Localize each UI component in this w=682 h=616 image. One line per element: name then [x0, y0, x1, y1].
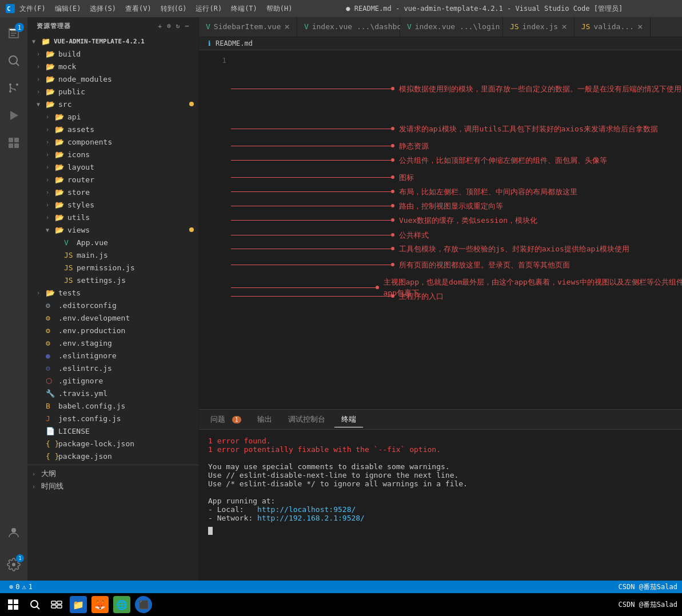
menu-help[interactable]: 帮助(H): [266, 4, 293, 14]
tree-item-icons[interactable]: › 📂 icons: [27, 148, 198, 161]
tab-index-js[interactable]: JS index.js ×: [503, 17, 575, 37]
menu-terminal[interactable]: 终端(T): [231, 4, 257, 14]
tree-item-views[interactable]: ▼ 📂 views: [27, 223, 198, 236]
sidebar-header-actions[interactable]: + ⊕ ↻ ⋯: [158, 22, 190, 30]
sidebar-outline[interactable]: › 大纲: [27, 467, 198, 480]
folder-components-icon: 📂: [55, 138, 65, 146]
menu-file[interactable]: 文件(F): [19, 4, 46, 14]
folder-store-label: store: [67, 188, 198, 197]
tree-item-components[interactable]: › 📂 components: [27, 135, 198, 148]
annotation-api-text: 发请求的api模块，调用utils工具包下封装好的axios来发请求给后台拿数据: [399, 123, 658, 135]
editor-body[interactable]: 1 模拟数据使用到的模块，里面存放一些自定义的数据。一般是在没有后端的情况下使用…: [199, 50, 682, 409]
browser-taskbar-icon[interactable]: 🦊: [91, 596, 109, 613]
tree-project-root[interactable]: ▼ 📁 VUE-ADMIN-TEMPLATE-4.2.1: [27, 35, 198, 47]
activity-account[interactable]: [0, 519, 27, 546]
search-taskbar[interactable]: [26, 596, 43, 613]
tree-item-public[interactable]: › 📂 public: [27, 85, 198, 98]
chevron-right-icon: ›: [32, 483, 41, 490]
activity-debug[interactable]: [0, 102, 27, 129]
new-folder-icon[interactable]: ⊕: [167, 22, 172, 30]
file-eslintignore-icon: ●: [46, 351, 56, 360]
menu-edit[interactable]: 编辑(E): [55, 4, 81, 14]
tree-item-package-lock[interactable]: { } package-lock.json: [27, 437, 198, 450]
file-env-prod-label: .env.production: [58, 326, 198, 335]
tab-index-dashboard[interactable]: V index.vue ...\dashboard ×: [297, 17, 400, 37]
file-package-lock-icon: { }: [46, 439, 56, 448]
tree-item-travis[interactable]: 🔧 .travis.yml: [27, 387, 198, 399]
terminal-line-5: Use // eslint-disable-next-line to ignor…: [208, 471, 673, 479]
tree-item-jest[interactable]: J jest.config.js: [27, 412, 198, 425]
tab-close-icon[interactable]: ×: [284, 21, 290, 32]
tree-item-api[interactable]: › 📂 api: [27, 110, 198, 123]
vscode-taskbar-icon[interactable]: ⬛: [135, 596, 152, 613]
tree-item-utils[interactable]: › 📂 utils: [27, 211, 198, 223]
tree-item-editorconfig[interactable]: ⚙ .editorconfig: [27, 299, 198, 311]
chrome-taskbar-icon[interactable]: 🌐: [113, 596, 130, 613]
tab-close-icon[interactable]: ×: [637, 21, 643, 32]
tree-item-src[interactable]: ▼ 📂 src: [27, 98, 198, 110]
activity-explorer[interactable]: 1: [0, 19, 27, 47]
new-file-icon[interactable]: +: [158, 22, 163, 30]
taskview-icon[interactable]: [48, 596, 65, 613]
panel-tab-problems[interactable]: 问题 1: [204, 412, 248, 427]
file-env-dev-label: .env.development: [58, 314, 198, 322]
tab-valida[interactable]: JS valida... ×: [575, 17, 651, 37]
sidebar-timeline[interactable]: › 时间线: [27, 480, 198, 493]
explorer-taskbar-icon[interactable]: 📁: [70, 596, 87, 613]
tree-item-babel[interactable]: B babel.config.js: [27, 399, 198, 412]
activity-settings[interactable]: 1: [0, 551, 27, 578]
tree-item-layout[interactable]: › 📂 layout: [27, 161, 198, 173]
tab-index-login[interactable]: V index.vue ...\login 1 ×: [400, 17, 503, 37]
tree-item-styles[interactable]: › 📂 styles: [27, 198, 198, 211]
tree-item-tests[interactable]: › 📂 tests: [27, 286, 198, 299]
tree-item-mock[interactable]: › 📂 mock: [27, 60, 198, 73]
terminal-body[interactable]: 1 error found. 1 error potentially fixab…: [199, 430, 682, 581]
file-gitignore-label: .gitignore: [58, 377, 198, 385]
menu-run[interactable]: 运行(R): [196, 4, 222, 14]
tree-item-env-dev[interactable]: ⚙ .env.development: [27, 311, 198, 324]
annotation-api: 发请求的api模块，调用utils工具包下封装好的axios来发请求给后台拿数据: [231, 123, 658, 135]
tree-item-node-modules[interactable]: › 📂 node_modules: [27, 73, 198, 85]
panel-tab-debug-console[interactable]: 调试控制台: [281, 412, 332, 427]
titlebar-menu[interactable]: 文件(F) 编辑(E) 选择(S) 查看(V) 转到(G) 运行(R) 终端(T…: [19, 4, 293, 14]
panel-tab-output[interactable]: 输出: [250, 412, 279, 427]
tree-item-gitignore[interactable]: ⬡ .gitignore: [27, 374, 198, 387]
tree-item-assets[interactable]: › 📂 assets: [27, 123, 198, 135]
file-app-vue-icon: V: [64, 238, 74, 247]
tree-item-eslintrc[interactable]: ⚙ .eslintrc.js: [27, 362, 198, 374]
panel-tab-terminal[interactable]: 终端: [334, 412, 363, 427]
error-icon: ⊗: [9, 583, 13, 591]
tree-item-settings-js[interactable]: JS settings.js: [27, 274, 198, 286]
tree-item-router[interactable]: › 📂 router: [27, 173, 198, 186]
menu-go[interactable]: 转到(G): [161, 4, 187, 14]
menu-select[interactable]: 选择(S): [90, 4, 116, 14]
status-bar-right: CSDN @番茄Salad: [619, 582, 677, 592]
file-license-label: LICENSE: [58, 427, 198, 435]
tree-item-main-js[interactable]: JS main.js: [27, 249, 198, 261]
tree-item-eslintignore[interactable]: ● .eslintignore: [27, 349, 198, 362]
svg-rect-11: [9, 143, 13, 148]
tree-item-build[interactable]: › 📂 build: [27, 47, 198, 60]
activity-search[interactable]: [0, 47, 27, 74]
taskbar: 📁 🦊 🌐 ⬛ CSDN @番茄Salad: [0, 593, 682, 616]
refresh-icon[interactable]: ↻: [176, 22, 181, 30]
network-link[interactable]: http://192.168.2.1:9528/: [257, 514, 365, 522]
tree-item-permission-js[interactable]: JS permission.js: [27, 261, 198, 274]
activity-git[interactable]: [0, 74, 27, 102]
collapse-icon[interactable]: ⋯: [185, 22, 189, 30]
folder-utils-label: utils: [67, 213, 198, 222]
tree-item-license[interactable]: 📄 LICENSE: [27, 425, 198, 437]
tree-item-env-prod[interactable]: ⚙ .env.production: [27, 324, 198, 337]
status-errors[interactable]: ⊗ 0 ⚠ 1: [5, 583, 37, 591]
tree-item-store[interactable]: › 📂 store: [27, 186, 198, 198]
tab-close-icon[interactable]: ×: [561, 21, 567, 32]
file-env-staging-icon: ⚙: [46, 339, 56, 347]
tree-item-env-staging[interactable]: ⚙ .env.staging: [27, 337, 198, 349]
windows-icon[interactable]: [5, 596, 22, 613]
local-link[interactable]: http://localhost:9528/: [257, 505, 356, 514]
tab-sidebar-item[interactable]: V SidebarItem.vue ×: [199, 17, 297, 37]
tree-item-app-vue[interactable]: V App.vue: [27, 236, 198, 249]
menu-view[interactable]: 查看(V): [125, 4, 151, 14]
tree-item-package-json[interactable]: { } package.json: [27, 450, 198, 462]
activity-extensions[interactable]: [0, 129, 27, 157]
